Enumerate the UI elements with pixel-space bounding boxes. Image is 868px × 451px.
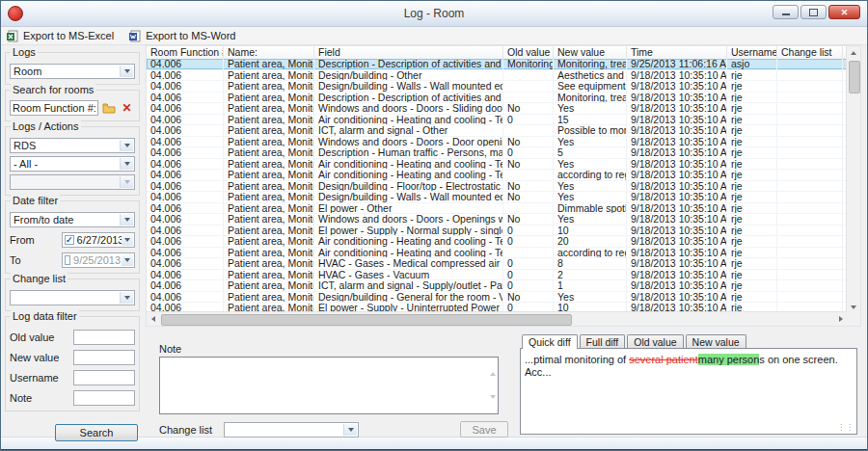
maximize-button[interactable]: [800, 5, 827, 19]
table-row[interactable]: 04.006Patient area, MonitoringAir condit…: [147, 115, 847, 126]
horizontal-scroll-thumb[interactable]: [161, 314, 572, 326]
to-checkbox[interactable]: [65, 255, 70, 265]
column-header[interactable]: Change list: [777, 46, 843, 59]
table-row[interactable]: 04.006Patient area, MonitoringAir condit…: [147, 248, 847, 259]
app-icon: [8, 6, 23, 21]
table-row[interactable]: 04.006Patient area, MonitoringDescriptio…: [147, 93, 847, 104]
splitter[interactable]: [146, 327, 861, 334]
cell-field: Design/building - General for the room -…: [314, 292, 503, 303]
resize-grip-icon[interactable]: ⋮⋮: [837, 423, 854, 433]
from-date-picker[interactable]: 6/27/2013: [62, 232, 135, 248]
table-row[interactable]: 04.006Patient area, MonitoringDesign/bui…: [147, 192, 847, 203]
search-button[interactable]: Search: [55, 424, 138, 441]
column-header[interactable]: Old value: [503, 46, 554, 59]
cell-field: Windows and doors - Doors - Sliding door…: [314, 103, 503, 114]
column-header[interactable]: Field: [314, 46, 503, 59]
cell-new: Possible to monito...: [554, 125, 627, 136]
table-row[interactable]: 04.006Patient area, MonitoringWindows an…: [147, 214, 847, 226]
room-search-input[interactable]: [10, 100, 98, 116]
cell-name: Patient area, Monitoring: [224, 192, 314, 202]
note-textarea[interactable]: [159, 357, 499, 414]
cell-name: Patient area, Monitoring: [224, 93, 314, 103]
table-row[interactable]: 04.006Patient area, MonitoringAir condit…: [147, 170, 847, 181]
cell-user: rje: [727, 147, 777, 158]
tab-old-value[interactable]: Old value: [627, 334, 683, 348]
vertical-scrollbar[interactable]: [846, 46, 860, 313]
table-row[interactable]: 04.006Patient area, MonitoringDescriptio…: [147, 59, 847, 70]
log-source-value: RDS: [14, 140, 36, 151]
logs-select[interactable]: Room: [10, 64, 135, 79]
table-row[interactable]: 04.006Patient area, MonitoringICT, alarm…: [147, 125, 847, 137]
table-row[interactable]: 04.006Patient area, MonitoringHVAC - Gas…: [147, 258, 847, 270]
cell-change: [777, 159, 843, 170]
cell-change: [777, 292, 843, 303]
table-row[interactable]: 04.006Patient area, MonitoringAir condit…: [147, 236, 847, 248]
cell-room: 04.006: [147, 137, 224, 147]
table-row[interactable]: 04.006Patient area, MonitoringDescriptio…: [147, 147, 847, 159]
cell-room: 04.006: [147, 236, 224, 247]
scroll-right-icon[interactable]: [834, 312, 847, 326]
table-row[interactable]: 04.006Patient area, MonitoringWindows an…: [147, 103, 847, 115]
log-source-select[interactable]: RDS: [10, 138, 135, 153]
username-input[interactable]: [73, 370, 135, 385]
table-row[interactable]: 04.006Patient area, MonitoringDesign/bui…: [147, 70, 847, 82]
export-excel-button[interactable]: Export to MS-Excel: [7, 30, 114, 42]
table-row[interactable]: 04.006Patient area, MonitoringEl power -…: [147, 226, 847, 237]
note-change-list-select[interactable]: [224, 422, 359, 438]
scroll-up-icon[interactable]: [847, 46, 860, 59]
cell-old: 0: [503, 280, 554, 291]
new-value-input[interactable]: [73, 350, 135, 365]
table-row[interactable]: 04.006Patient area, MonitoringWindows an…: [147, 137, 847, 148]
cell-name: Patient area, Monitoring: [224, 226, 314, 236]
cell-room: 04.006: [147, 170, 224, 180]
cell-old: 0: [503, 226, 554, 236]
vertical-scroll-thumb[interactable]: [849, 61, 860, 93]
note-filter-input[interactable]: [73, 390, 135, 406]
column-header[interactable]: New value: [554, 46, 627, 59]
from-date-value: 6/27/2013: [77, 234, 124, 246]
folder-icon: [102, 102, 116, 114]
tab-full-diff[interactable]: Full diff: [580, 334, 626, 348]
tab-quick-diff[interactable]: Quick diff: [522, 334, 578, 349]
log-data-filter-label: Log data filter: [11, 310, 79, 322]
to-date-picker[interactable]: 9/25/2013: [62, 252, 135, 268]
cell-name: Patient area, Monitoring: [224, 147, 314, 158]
table-row[interactable]: 04.006Patient area, MonitoringDesign/bui…: [147, 292, 847, 304]
column-header[interactable]: Username: [727, 46, 777, 59]
open-room-search-button[interactable]: [100, 100, 117, 116]
column-header[interactable]: Name:: [224, 46, 314, 59]
tab-new-value[interactable]: New value: [686, 334, 746, 348]
table-row[interactable]: 04.006Patient area, MonitoringEl power -…: [147, 203, 847, 215]
cell-time: 9/18/2013 10:35:10 AM: [627, 280, 727, 291]
cell-field: Design/building - Walls - Wall mounted e…: [314, 192, 503, 202]
cell-time: 9/25/2013 11:06:16 AM: [627, 59, 727, 69]
action-select[interactable]: - All -: [10, 156, 135, 172]
table-row[interactable]: 04.006Patient area, MonitoringDesign/bui…: [147, 81, 847, 93]
close-button[interactable]: ✕: [828, 5, 860, 19]
note-filter-label: Note: [10, 392, 32, 404]
date-mode-select[interactable]: From/to date: [10, 212, 135, 227]
save-button[interactable]: Save: [460, 421, 508, 438]
chevron-down-icon: [122, 234, 133, 246]
scroll-left-icon[interactable]: [147, 312, 159, 326]
cell-old: 0: [503, 236, 554, 247]
change-list-select[interactable]: [10, 290, 135, 305]
export-word-button[interactable]: Export to MS-Word: [129, 30, 235, 42]
column-header[interactable]: Time: [627, 46, 727, 59]
scrollbar-corner: [847, 312, 860, 326]
table-row[interactable]: 04.006Patient area, MonitoringICT, alarm…: [147, 280, 847, 292]
column-header[interactable]: Room Function #:: [147, 46, 224, 59]
table-row[interactable]: 04.006Patient area, MonitoringDesign/bui…: [147, 181, 847, 193]
cell-time: 9/18/2013 10:35:10 AM: [627, 226, 727, 236]
sub-action-select: [10, 174, 135, 190]
old-value-input[interactable]: [73, 330, 135, 345]
cell-user: rje: [727, 226, 777, 236]
table-row[interactable]: 04.006Patient area, MonitoringAir condit…: [147, 159, 847, 171]
clear-room-search-button[interactable]: ✕: [119, 100, 135, 116]
minimize-button[interactable]: [773, 5, 799, 19]
from-checkbox[interactable]: [65, 235, 74, 245]
horizontal-scrollbar[interactable]: [147, 311, 847, 326]
table-row[interactable]: 04.006Patient area, MonitoringHVAC - Gas…: [147, 270, 847, 281]
scroll-down-icon: [490, 399, 496, 411]
cell-new: Yes: [554, 214, 627, 225]
